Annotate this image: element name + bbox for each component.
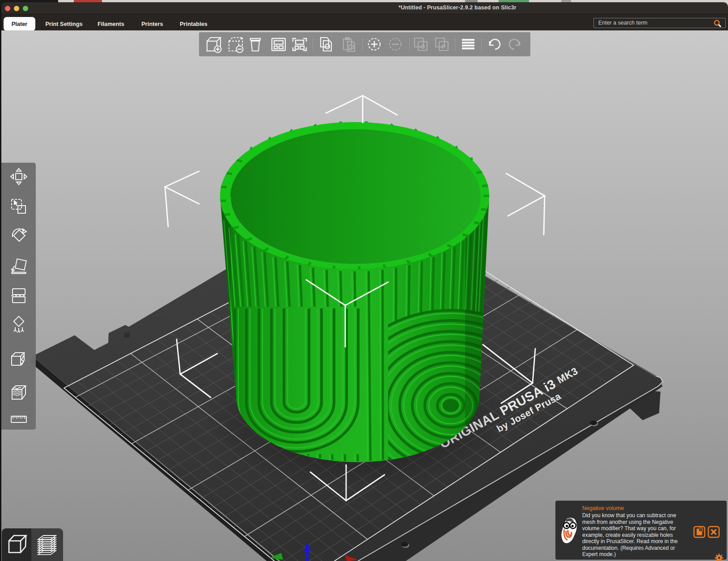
svg-text:P: P <box>442 43 446 50</box>
svg-text:i: i <box>700 528 701 531</box>
svg-text:O: O <box>420 43 425 50</box>
